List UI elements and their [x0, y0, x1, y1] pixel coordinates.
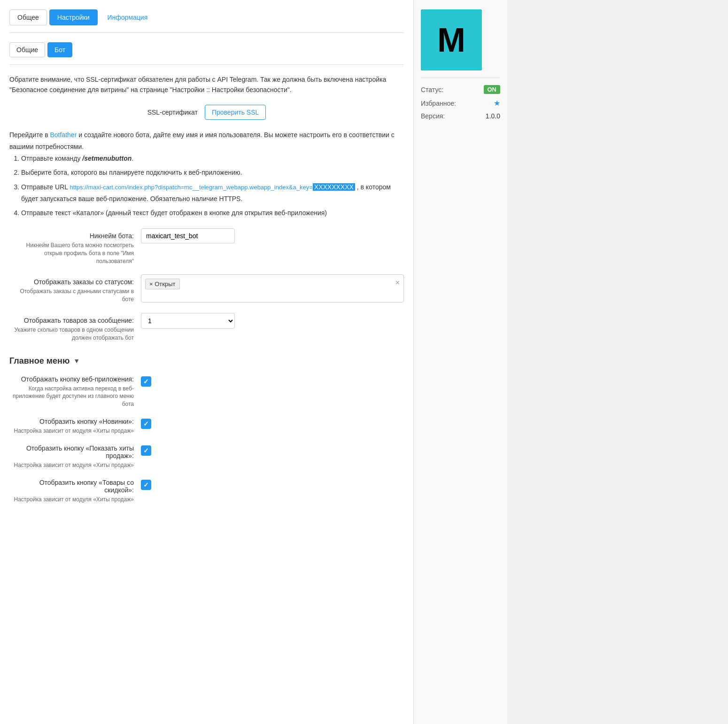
checkbox-new[interactable] — [141, 419, 151, 429]
products-row: Отображать товаров за сообщение: Укажите… — [9, 313, 404, 342]
sidebar-version-value: 1.0.0 — [486, 112, 500, 120]
chevron-down-icon: ▼ — [73, 357, 80, 365]
instructions-intro: Перейдите в — [9, 131, 48, 139]
nickname-label-col: Никнейм бота: Никнейм Вашего бота можно … — [9, 228, 141, 265]
nickname-hint: Никнейм Вашего бота можно посмотреть отк… — [9, 241, 134, 265]
info-block: Обратите внимание, что SSL-сертификат об… — [9, 74, 404, 95]
status-select-clear[interactable]: × — [395, 279, 400, 287]
sidebar-logo-letter: M — [437, 23, 465, 57]
checkbox-label-hits: Отобразить кнопку «Показать хиты продаж»… — [9, 444, 141, 469]
checkbox-discount[interactable] — [141, 480, 151, 490]
main-menu-title: Главное меню ▼ — [9, 356, 404, 366]
nickname-control-col — [141, 228, 404, 243]
ssl-label: SSL-сертификат — [147, 109, 198, 116]
checkbox-row-hits: Отобразить кнопку «Показать хиты продаж»… — [9, 444, 404, 469]
checkbox-control-hits — [141, 444, 151, 456]
checkbox-row-webapp: Отображать кнопку веб-приложения: Когда … — [9, 375, 404, 408]
sidebar-status-row: Статус: ON — [421, 85, 500, 94]
status-label-col: Отображать заказы со статусом: Отображат… — [9, 274, 141, 304]
sidebar-divider-1 — [421, 78, 500, 78]
products-control-col: 1 2 3 5 10 — [141, 313, 404, 329]
checkbox-label-discount: Отобразить кнопку «Товары со скидкой»: Н… — [9, 479, 141, 504]
status-on-badge: ON — [484, 85, 501, 94]
instructions: Перейдите в Botfather и создайте нового … — [9, 129, 404, 219]
sub-tab-bot[interactable]: Бот — [47, 42, 72, 57]
checkbox-webapp[interactable] — [141, 376, 151, 387]
star-icon[interactable]: ★ — [494, 99, 500, 108]
checkbox-control-discount — [141, 479, 151, 490]
tab-general[interactable]: Общее — [9, 9, 47, 25]
ssl-row: SSL-сертификат Проверить SSL — [9, 105, 404, 120]
status-tag-open[interactable]: × Открыт — [145, 279, 180, 289]
top-tabs: Общее Настройки Информация — [9, 9, 404, 33]
main-content: Общее Настройки Информация Общие Бот Обр… — [0, 0, 413, 724]
sidebar-favorites-label: Избранное: — [421, 100, 456, 107]
check-ssl-button[interactable]: Проверить SSL — [205, 105, 266, 120]
tab-info[interactable]: Информация — [100, 9, 155, 25]
nickname-row: Никнейм бота: Никнейм Вашего бота можно … — [9, 228, 404, 265]
checkbox-row-new: Отобразить кнопку «Новинки»: Настройка з… — [9, 418, 404, 435]
info-text: Обратите внимание, что SSL-сертификат об… — [9, 76, 386, 93]
sidebar-logo: M — [421, 9, 482, 70]
status-hint: Отображать заказы с данными статусами в … — [9, 288, 134, 304]
status-label: Отображать заказы со статусом: — [9, 278, 134, 286]
sidebar-version-label: Версия: — [421, 112, 445, 120]
checkbox-hits[interactable] — [141, 445, 151, 456]
nickname-input[interactable] — [141, 228, 235, 243]
sidebar-status-label: Статус: — [421, 86, 443, 93]
tab-settings[interactable]: Настройки — [49, 9, 98, 25]
step-2: Выберите бота, которого вы планируете по… — [21, 167, 404, 179]
status-tag-label: × Открыт — [149, 280, 176, 288]
sub-tabs: Общие Бот — [9, 42, 404, 65]
sidebar: M Статус: ON Избранное: ★ Версия: 1.0.0 — [413, 0, 507, 724]
step-1: Отправьте команду /setmenubutton. — [21, 153, 404, 164]
checkbox-label-new: Отобразить кнопку «Новинки»: Настройка з… — [9, 418, 141, 435]
products-label: Отображать товаров за сообщение: — [9, 317, 134, 324]
status-select-box[interactable]: × Открыт × — [141, 274, 404, 303]
form-section: Никнейм бота: Никнейм Вашего бота можно … — [9, 228, 404, 342]
checkbox-label-webapp: Отображать кнопку веб-приложения: Когда … — [9, 375, 141, 408]
products-hint: Укажите сколько товаров в одном сообщени… — [9, 326, 134, 342]
products-label-col: Отображать товаров за сообщение: Укажите… — [9, 313, 141, 342]
botfather-link[interactable]: Botfather — [50, 131, 77, 139]
status-row: Отображать заказы со статусом: Отображат… — [9, 274, 404, 304]
step-4: Отправьте текст «Каталог» (данный текст … — [21, 207, 404, 219]
sub-tab-common[interactable]: Общие — [9, 42, 45, 57]
checkbox-control-webapp — [141, 375, 151, 387]
sidebar-favorites-row: Избранное: ★ — [421, 99, 500, 108]
checkbox-row-discount: Отобразить кнопку «Товары со скидкой»: Н… — [9, 479, 404, 504]
main-menu-section: Главное меню ▼ Отображать кнопку веб-при… — [9, 356, 404, 504]
products-select[interactable]: 1 2 3 5 10 — [141, 313, 235, 329]
nickname-label: Никнейм бота: — [9, 232, 134, 240]
step-3: Отправьте URL https://maxi-cart.com/inde… — [21, 181, 404, 205]
checkbox-control-new — [141, 418, 151, 429]
status-control-col: × Открыт × — [141, 274, 404, 303]
sidebar-version-row: Версия: 1.0.0 — [421, 112, 500, 120]
